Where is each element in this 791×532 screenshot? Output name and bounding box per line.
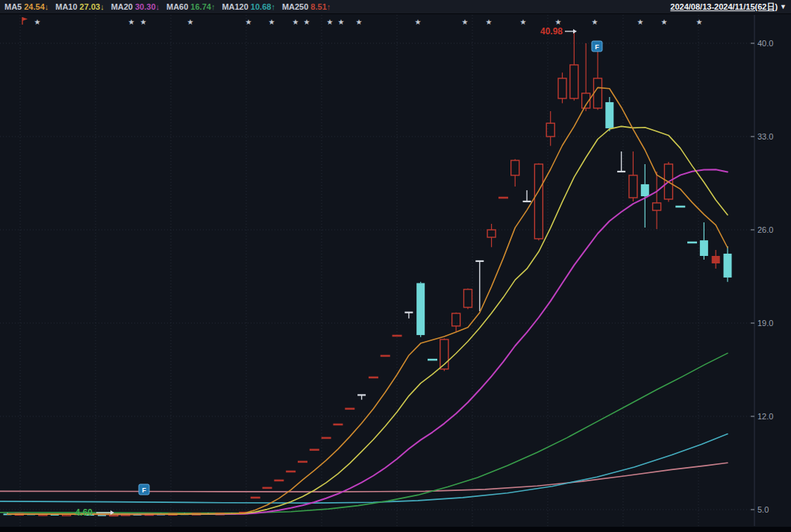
candle: [286, 471, 296, 473]
stock-chart-app: MA524.54↓MA1027.03↓MA2030.30↓MA6016.74↑M…: [0, 0, 791, 532]
event-star-icon: ★: [592, 18, 598, 26]
ma-legend-value: 24.54↓: [24, 2, 49, 11]
candle: [475, 260, 484, 311]
candle: [463, 289, 472, 310]
ma10-line: [7, 126, 728, 514]
candle: [675, 206, 685, 208]
candle: [617, 151, 625, 172]
candle: [310, 449, 319, 451]
candle: [712, 250, 720, 269]
candle: [345, 408, 354, 410]
candle: [298, 461, 307, 463]
ma-legend: MA524.54↓MA1027.03↓MA2030.30↓MA6016.74↑M…: [4, 2, 331, 11]
y-axis-label: 12.0: [757, 412, 773, 421]
candle: [416, 282, 425, 337]
candle: [523, 190, 531, 202]
candle: [558, 72, 566, 103]
dropdown-caret-icon: ▼: [780, 3, 787, 10]
ma120-line: [0, 434, 728, 504]
annotation-arrow-icon: [573, 29, 577, 34]
event-star-icon: ★: [555, 18, 562, 26]
y-axis-label: 26.0: [757, 225, 773, 234]
date-range-selector[interactable]: 2024/08/13-2024/11/15(62日) ▼: [670, 1, 787, 13]
event-star-icon: ★: [246, 18, 252, 26]
ma-legend-label: MA120: [222, 2, 248, 11]
f-flag-marker[interactable]: F: [592, 41, 602, 51]
event-star-icon: ★: [34, 18, 41, 26]
candle: [381, 355, 390, 357]
event-flag-icon: [22, 17, 28, 21]
ma-legend-label: MA60: [166, 2, 188, 11]
f-flag-marker[interactable]: F: [139, 484, 149, 495]
price-annotation: 4.60: [75, 507, 93, 518]
event-star-icon: ★: [140, 18, 147, 26]
candle: [594, 50, 602, 110]
candle: [428, 359, 437, 361]
event-star-icon: ★: [637, 18, 644, 26]
event-star-icon: ★: [187, 18, 194, 26]
candle: [724, 246, 732, 282]
candle: [700, 222, 708, 260]
candle: [605, 97, 613, 131]
ma-legend-value: 30.30↓: [135, 2, 160, 11]
candle: [404, 312, 413, 319]
ma-legend-item-ma20: MA2030.30↓: [111, 2, 160, 11]
event-star-icon: ★: [520, 18, 527, 26]
ma-legend-value: 27.03↓: [80, 2, 104, 11]
ma-legend-value: 10.68↑: [251, 2, 275, 11]
candle: [369, 377, 378, 379]
ma-legend-item-ma120: MA12010.68↑: [222, 2, 275, 11]
candle: [452, 313, 460, 332]
y-axis-label: 33.0: [757, 132, 773, 141]
candle: [498, 197, 508, 199]
candlestick-chart[interactable]: 40.033.026.019.012.05.0★★★★★★★★★★★★★★★★★…: [0, 0, 791, 532]
event-star-icon: ★: [356, 18, 363, 26]
candle: [333, 424, 343, 426]
candle: [629, 151, 637, 201]
event-star-icon: ★: [293, 18, 299, 26]
candle: [687, 242, 697, 244]
ma-legend-label: MA20: [111, 2, 133, 11]
candle: [263, 487, 272, 489]
ma20-line: [7, 169, 728, 514]
candle: [274, 480, 284, 482]
event-star-icon: ★: [486, 18, 493, 26]
candle: [653, 172, 661, 229]
candle: [487, 224, 495, 247]
ma-legend-value: 16.74↑: [190, 2, 215, 11]
event-star-icon: ★: [415, 18, 422, 26]
candle: [534, 163, 543, 241]
y-axis-label: 5.0: [757, 505, 769, 514]
event-star-icon: ★: [128, 18, 135, 26]
event-star-icon: ★: [661, 18, 668, 26]
y-axis-label: 19.0: [757, 319, 773, 328]
svg-text:F: F: [595, 43, 599, 51]
candle: [511, 159, 519, 187]
price-annotation: 40.98: [540, 26, 563, 37]
ma250-line: [0, 463, 728, 492]
ma-legend-item-ma10: MA1027.03↓: [55, 2, 104, 11]
candle: [393, 335, 402, 337]
y-axis-label: 40.0: [757, 39, 773, 48]
ma-legend-item-ma5: MA524.54↓: [4, 2, 49, 11]
event-star-icon: ★: [304, 18, 310, 26]
ma-legend-label: MA250: [282, 2, 308, 11]
candle: [357, 394, 366, 399]
chart-header: MA524.54↓MA1027.03↓MA2030.30↓MA6016.74↑M…: [0, 0, 791, 14]
candle: [251, 497, 260, 499]
ma-legend-value: 8.51↑: [310, 2, 331, 11]
bottom-border: [0, 527, 791, 532]
ma-legend-label: MA5: [4, 2, 22, 11]
event-star-icon: ★: [338, 18, 345, 26]
event-star-icon: ★: [696, 18, 703, 26]
event-star-icon: ★: [462, 18, 469, 26]
event-star-icon: ★: [327, 18, 334, 26]
ma60-line: [0, 353, 728, 513]
svg-text:F: F: [142, 486, 146, 494]
date-range-label: 2024/08/13-2024/11/15(62日): [670, 1, 778, 13]
candle: [570, 31, 578, 101]
ma-legend-item-ma60: MA6016.74↑: [166, 2, 215, 11]
ma-legend-item-ma250: MA2508.51↑: [282, 2, 331, 11]
candle: [322, 437, 331, 439]
ma5-line: [7, 87, 728, 514]
